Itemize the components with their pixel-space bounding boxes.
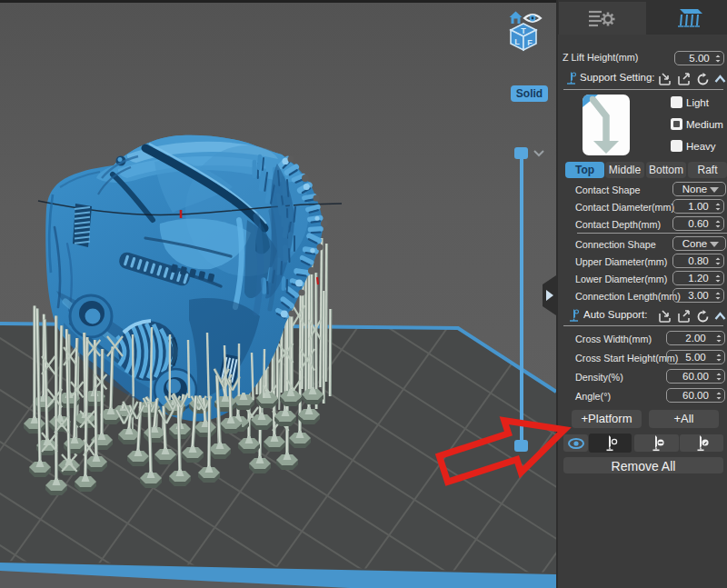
svg-text:T: T (521, 26, 526, 35)
svg-text:L: L (514, 37, 520, 46)
svg-text:Solid: Solid (516, 87, 543, 100)
svg-text:F: F (527, 38, 533, 47)
